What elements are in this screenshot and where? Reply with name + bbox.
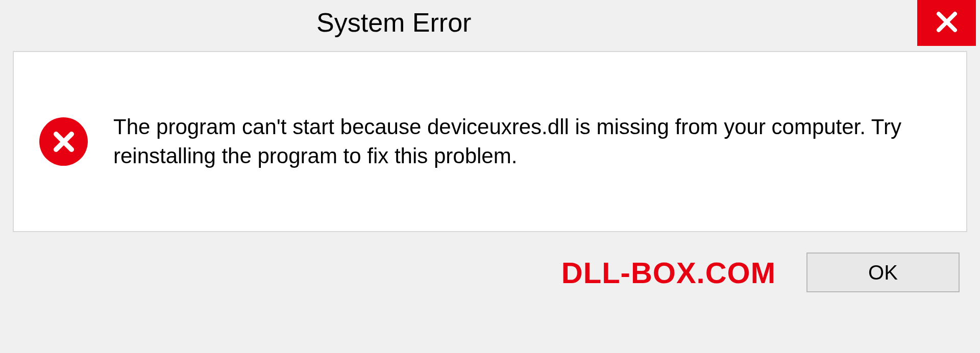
ok-button[interactable]: OK: [806, 253, 960, 292]
ok-button-label: OK: [868, 261, 898, 284]
close-button[interactable]: [917, 0, 976, 46]
close-icon: [935, 10, 959, 36]
watermark-text: DLL-BOX.COM: [561, 256, 776, 290]
dialog-footer: DLL-BOX.COM OK: [0, 232, 980, 292]
error-message: The program can't start because deviceux…: [113, 113, 946, 170]
dialog-title: System Error: [316, 7, 471, 38]
error-dialog: System Error The program can't start bec…: [0, 0, 980, 353]
titlebar: System Error: [0, 0, 980, 51]
error-icon: [39, 117, 88, 166]
content-box: The program can't start because deviceux…: [13, 51, 967, 232]
